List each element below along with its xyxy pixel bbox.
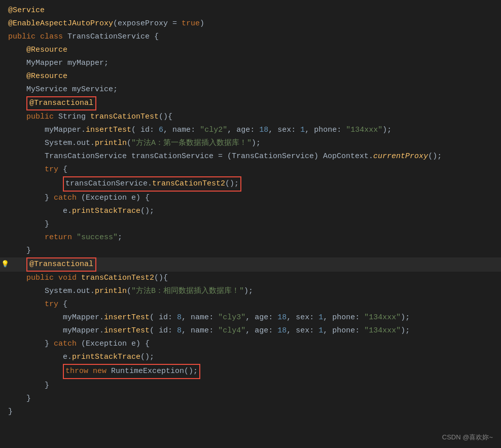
code-line: } catch (Exception e) { [0, 192, 501, 205]
code-line: @Resource [0, 44, 501, 57]
code-line: MyService myService; [0, 83, 501, 96]
code-line: @EnableAspectJAutoProxy(exposeProxy = tr… [0, 17, 501, 30]
watermark: CSDN @喜欢妳~ [442, 432, 493, 443]
code-line: e.printStackTrace(); [0, 351, 501, 364]
inner-box-1: transCationService.transCationTest2(); [63, 176, 241, 192]
bulb-icon: 💡 [1, 259, 9, 270]
transactional-annotation-2: 💡 @Transactional [0, 257, 501, 272]
code-line: System.out.println("方法B：相同数据插入数据库！"); [0, 285, 501, 298]
code-line: MyMapper myMapper; [0, 57, 501, 70]
transactional-box-2: @Transactional [26, 257, 96, 272]
code-line: } [0, 392, 501, 405]
code-line: System.out.println("方法A：第一条数据插入数据库！"); [0, 137, 501, 150]
code-line: public void transCationTest2(){ [0, 272, 501, 285]
code-line: myMapper.insertTest( id: 8, name: "cly3"… [0, 311, 501, 324]
throw-boxed: throw new RuntimeException(); [0, 364, 501, 379]
code-line: } [0, 379, 501, 392]
code-line: myMapper.insertTest( id: 8, name: "cly4"… [0, 324, 501, 338]
code-line: @Service [0, 4, 501, 17]
code-line: return "success"; [0, 231, 501, 244]
transactional-box-1: @Transactional [26, 96, 96, 110]
code-line: TransCationService transCationService = … [0, 150, 501, 163]
code-line: public class TransCationService { [0, 30, 501, 44]
code-line: e.printStackTrace(); [0, 205, 501, 218]
annotation-service: @Service [8, 5, 45, 17]
code-line: } catch (Exception e) { [0, 338, 501, 351]
code-line: @Resource [0, 70, 501, 83]
code-editor: @Service @EnableAspectJAutoProxy(exposeP… [0, 0, 501, 423]
inner-box-2: throw new RuntimeException(); [63, 364, 200, 379]
annotation-enable: @EnableAspectJAutoProxy [8, 18, 113, 30]
code-line: } [0, 244, 501, 257]
code-line: } [0, 405, 501, 419]
trans-call-boxed: transCationService.transCationTest2(); [0, 176, 501, 192]
code-line: } [0, 218, 501, 231]
code-line: try { [0, 163, 501, 176]
code-line: try { [0, 298, 501, 311]
transactional-annotation-1: @Transactional [0, 96, 501, 110]
code-line: public String transCationTest(){ [0, 110, 501, 124]
code-line: myMapper.insertTest( id: 6, name: "cly2"… [0, 124, 501, 137]
